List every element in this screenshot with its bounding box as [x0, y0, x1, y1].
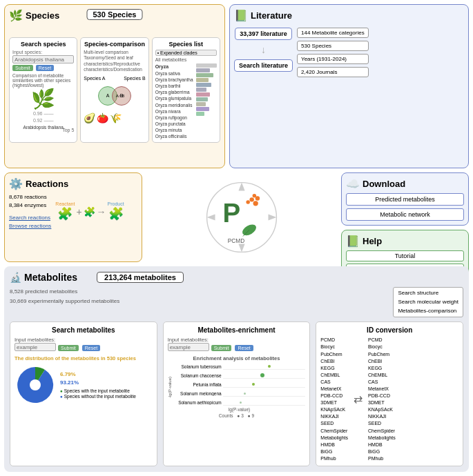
- predicted-count: 8,528 predicted metabolites: [10, 287, 119, 297]
- species-search-input[interactable]: Arabidopsis thaliana: [12, 55, 74, 63]
- from-id-bigg: BiGG: [320, 448, 348, 455]
- enrichment-rows: Solanum tuberosum Solanum chacoense: [173, 363, 306, 412]
- pie-chart-area: 6.79% 93.21% ● Species with the input me…: [15, 364, 153, 406]
- enrichment-row-5: Solanum aethiopicum: [173, 399, 306, 406]
- comparison-title: Species-comparison: [84, 41, 145, 48]
- bar-chart-1: [196, 63, 217, 68]
- met-comparison-option[interactable]: Metabolites-comparison: [398, 307, 458, 316]
- from-id-chemspider: ChemSpider: [320, 428, 348, 434]
- search-species-panel: Search species Input species: Arabidopsi…: [9, 37, 77, 143]
- plus-sign: +: [76, 206, 81, 217]
- bar-chart-8: [196, 97, 208, 101]
- input-met-label: Input metabolites:: [15, 337, 153, 343]
- metabolites-sub-panels-row: Search metabolites Input metabolites: ex…: [10, 321, 463, 466]
- id-conversion-panel: ID conversion PCMD Biocyc PubChem ChEBI …: [316, 321, 463, 466]
- search-literature-btn[interactable]: Search literature: [234, 59, 293, 72]
- x-axis-label: lg(P-value): [173, 407, 306, 412]
- arrow-sign: →: [97, 206, 106, 217]
- metabolites-title: 🔬 Metabolites: [10, 272, 77, 283]
- lit-stat-4: 2,420 Journals: [297, 67, 369, 77]
- bar-area-2: [223, 372, 306, 379]
- enrichment-title: Metabolites-enrichment: [168, 326, 306, 334]
- metabolites-icon: 🔬: [10, 272, 21, 283]
- to-id-seed: SEED: [368, 420, 396, 426]
- from-id-pubchem: PubChem: [320, 351, 348, 357]
- enrichment-chart-title: Enrichment analysis of metabolites: [168, 355, 306, 361]
- help-title: 📗 Help: [346, 235, 464, 248]
- bar-area-5: [223, 399, 306, 406]
- enrichment-input[interactable]: example: [168, 343, 209, 351]
- metabolic-network-btn[interactable]: Metabolic network: [346, 208, 464, 221]
- species-list-title: Species list: [155, 41, 217, 48]
- species-3-label: Petunia inflata: [173, 382, 222, 387]
- download-title: ☁️ Download: [346, 177, 464, 190]
- search-structure-option[interactable]: Search structure: [398, 289, 458, 298]
- metabolites-title-text: Metabolites: [24, 272, 77, 283]
- to-id-chebi: ChEBI: [368, 358, 396, 364]
- to-id-cas: CAS: [368, 379, 396, 385]
- pcmd-center: P PCMD: [146, 172, 337, 262]
- help-icon: 📗: [346, 235, 360, 248]
- experimental-count: 30,669 experimentally supported metaboli…: [10, 297, 119, 306]
- to-id-metabolights: Metabolights: [368, 435, 396, 441]
- search-reset-btn[interactable]: Reset: [36, 65, 54, 71]
- product-puzzle: 🧩: [108, 207, 124, 221]
- download-buttons: Predicted metabolites Metabolic network: [346, 193, 464, 221]
- search-submit-btn[interactable]: Submit: [12, 65, 33, 71]
- search-mw-option[interactable]: Search molecular weight: [398, 298, 458, 307]
- pct-green: 6.79%: [60, 370, 136, 379]
- dot-4: [244, 393, 246, 395]
- tutorial-btn[interactable]: Tutorial: [346, 250, 464, 261]
- literature-panel: 📗 Literature 33,397 literature ↓ Search …: [229, 4, 469, 168]
- lit-arrow-down: ↓: [261, 44, 266, 55]
- pie-chart: [15, 364, 56, 406]
- met-reset-btn[interactable]: Reset: [82, 345, 100, 351]
- reactions-left: 8,678 reactions 8,384 enzymes Search rea…: [9, 193, 51, 230]
- id-conv-content: PCMD Biocyc PubChem ChEBI KEGG ChEMBL CA…: [320, 337, 458, 462]
- to-id-pdb: PDB-CCD: [368, 393, 396, 399]
- svg-point-11: [240, 222, 258, 237]
- svg-text:P: P: [223, 198, 241, 228]
- bar-chart-10: [196, 107, 209, 111]
- literature-title-text: Literature: [251, 10, 292, 21]
- from-id-metanetx: MetanetX: [320, 386, 348, 392]
- product-label: Product: [108, 201, 124, 206]
- species-5-label: Solanum aethiopicum: [173, 400, 222, 405]
- met-search-input[interactable]: example: [15, 343, 56, 351]
- met-submit-btn[interactable]: Submit: [58, 345, 79, 351]
- reactions-panel: ⚙️ Reactions 8,678 reactions 8,384 enzym…: [4, 172, 142, 262]
- enrichment-input-label: Input metabolites:: [168, 337, 306, 343]
- convert-arrow: ⇄: [354, 393, 363, 406]
- svg-point-9: [253, 194, 257, 198]
- right-panels: ☁️ Download Predicted metabolites Metabo…: [341, 172, 469, 262]
- equals-puzzle: 🧩: [84, 206, 95, 217]
- to-id-chembl: ChEMBL: [368, 372, 396, 378]
- search-met-title: Search metabolites: [15, 326, 153, 334]
- search-reactions-btn[interactable]: Search reactions: [9, 214, 51, 222]
- enrichment-reset-btn[interactable]: Reset: [235, 345, 253, 351]
- bar-chart-9: [196, 102, 206, 106]
- reactions-right: Reactant 🧩 + 🧩 → Product 🧩: [55, 193, 124, 230]
- enrichment-row-2: Solanum chacoense: [173, 372, 306, 379]
- search-description: Comparison of metabolite similarities wi…: [12, 73, 74, 88]
- to-id-metanetx: MetanetX: [368, 386, 396, 392]
- from-id-hmdb: HMDB: [320, 442, 348, 448]
- literature-count: 33,397 literature: [235, 28, 292, 40]
- svg-point-7: [249, 197, 253, 201]
- browse-reactions-btn[interactable]: Browse reactions: [9, 222, 51, 230]
- pcmd-logo: P PCMD: [204, 179, 280, 255]
- enrichment-submit-btn[interactable]: Submit: [211, 345, 232, 351]
- download-panel: ☁️ Download Predicted metabolites Metabo…: [341, 172, 469, 226]
- to-ids-col: PCMD Biocyc PubChem ChEBI KEGG ChEMBL CA…: [368, 337, 396, 462]
- enrichment-row-1: Solanum tuberosum: [173, 363, 306, 370]
- to-id-nikkaji: NIKKAJI: [368, 413, 396, 419]
- dot-3: [252, 383, 255, 386]
- arabidopsis-label: Arabidopsis thaliana: [23, 125, 64, 130]
- dot-2: [260, 373, 264, 377]
- reactant-puzzle: 🧩: [57, 207, 73, 221]
- reactions-icon: ⚙️: [9, 177, 23, 190]
- reactions-content: 8,678 reactions 8,384 enzymes Search rea…: [9, 193, 137, 230]
- chart-title: The distribution of the metabolites in 5…: [15, 355, 153, 361]
- predicted-metabolites-btn[interactable]: Predicted metabolites: [346, 193, 464, 206]
- species-panel: 🌿 Species 530 Species Search species Inp…: [4, 4, 225, 168]
